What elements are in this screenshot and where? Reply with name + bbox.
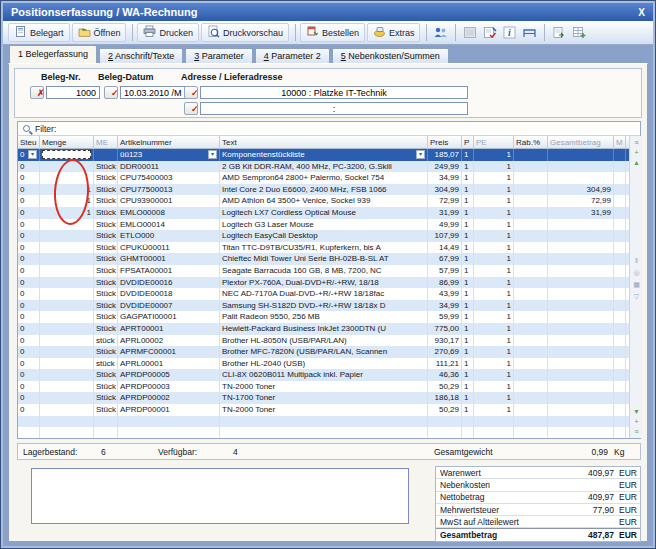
insert-row-icon[interactable]: + bbox=[630, 148, 643, 157]
table-row[interactable]: 0 Stück FPSATA00001 Seagate Barracuda 16… bbox=[18, 265, 629, 277]
table-row[interactable]: 0 Stück DVDIDE00018 NEC AD-7170A Dual-DV… bbox=[18, 288, 629, 300]
notes-box[interactable] bbox=[31, 468, 409, 524]
tab[interactable]: 5 Nebenkosten/Summen bbox=[332, 48, 449, 63]
cell-preis: 34,99 bbox=[428, 172, 462, 184]
cell-pe: 1 bbox=[474, 161, 514, 173]
col-pe[interactable]: PE bbox=[474, 136, 514, 149]
tab[interactable]: 4 Parameter 2 bbox=[255, 48, 330, 63]
filter-label[interactable]: Filter: bbox=[35, 124, 56, 134]
table-row[interactable]: 0 Stück DDR00011 2 GB Kit DDR-RAM, 400 M… bbox=[18, 161, 629, 173]
table-row[interactable]: 0 Stück CPUKÜ00011 Titan TTC-D9TB/CU35/R… bbox=[18, 242, 629, 254]
cell-menge bbox=[40, 242, 94, 254]
table-row[interactable]: 0 Stück APRDP00002 TN-1700 Toner 186,18 … bbox=[18, 392, 629, 404]
cell-rab bbox=[514, 335, 548, 347]
cell-steu: 0 bbox=[18, 195, 40, 207]
cell-text: AMD Sempron64 2800+ Palermo, Sockel 754 bbox=[220, 172, 428, 184]
col-preis[interactable]: Preis bbox=[428, 136, 462, 149]
col-p[interactable]: P bbox=[462, 136, 474, 149]
stock-disabled-button[interactable] bbox=[460, 24, 479, 42]
view-icon[interactable]: ▦ bbox=[630, 280, 643, 289]
col-text[interactable]: Text bbox=[220, 136, 428, 149]
beleg-nr-input[interactable] bbox=[46, 86, 100, 99]
cell-steu: 0 bbox=[18, 358, 40, 370]
users-button[interactable] bbox=[431, 24, 450, 42]
tab[interactable]: 3 Parameter bbox=[185, 48, 253, 63]
cell-p: 1 bbox=[462, 392, 474, 404]
scroll-top-icon[interactable]: ≡ bbox=[630, 138, 643, 147]
scroll-up-icon[interactable]: ▲ bbox=[630, 158, 643, 167]
pause-icon[interactable]: ‖ bbox=[630, 256, 643, 265]
extras-button[interactable]: Extras bbox=[367, 23, 421, 42]
col-gesamtbetrag[interactable]: Gesamtbetrag bbox=[548, 136, 614, 149]
close-button[interactable]: X bbox=[638, 5, 645, 21]
filter-rows-icon[interactable]: ▽ bbox=[630, 292, 643, 301]
document-export-button[interactable] bbox=[549, 24, 568, 42]
info-button[interactable]: i bbox=[500, 24, 519, 42]
table-row[interactable]: 0 Stück EMLO00014 Logitech G3 Laser Mous… bbox=[18, 219, 629, 231]
adresse-input[interactable] bbox=[200, 86, 468, 99]
cell-steu: 0 bbox=[18, 230, 40, 242]
col-menge[interactable]: Menge bbox=[40, 136, 94, 149]
adresse-check-button[interactable]: ✓ bbox=[184, 86, 198, 99]
cell-menge-edit[interactable] bbox=[40, 149, 94, 161]
cell-steu: 0 bbox=[18, 242, 40, 254]
table-row[interactable]: 0 Stück APRDP00001 TN-2000 Toner 50,29 1… bbox=[18, 404, 629, 416]
append-row-icon[interactable]: + bbox=[630, 417, 643, 426]
table-row[interactable]: 0 Stück APRMFC00001 Brother MFC-7820N (U… bbox=[18, 346, 629, 358]
table-row[interactable]: 0 Stück APRDP00005 CLI-8X 0620B011 Multi… bbox=[18, 369, 629, 381]
selected-row[interactable]: 0▾ üü123▾ Komponentenstückliste▾ 185,07 … bbox=[18, 149, 629, 161]
table-row[interactable]: 0 1 Stück CPU77500013 Intel Core 2 Duo E… bbox=[18, 184, 629, 196]
cell-artikelnummer: EMLO00014 bbox=[118, 219, 220, 231]
dimensions-button[interactable] bbox=[520, 24, 539, 42]
table-row[interactable]: 0 Stück DVDIDE00007 Samsung SH-S182D DVD… bbox=[18, 300, 629, 312]
oeffnen-button[interactable]: Öffnen bbox=[72, 23, 127, 42]
table-row[interactable]: 0 Stück CPU75400003 AMD Sempron64 2800+ … bbox=[18, 172, 629, 184]
table-row[interactable]: 0 Stück ETLO000 Logitech EasyCall Deskto… bbox=[18, 230, 629, 242]
druckvorschau-button[interactable]: Druckvorschau bbox=[201, 23, 289, 42]
table-row[interactable] bbox=[18, 427, 629, 438]
search-icon[interactable]: ◎ bbox=[630, 268, 643, 277]
col-rab[interactable]: Rab.% bbox=[514, 136, 548, 149]
cell-pe: 1 bbox=[474, 277, 514, 289]
toolbar-separator bbox=[455, 24, 456, 41]
beleg-nr-clear-button[interactable]: ✗ bbox=[30, 86, 44, 99]
lieferadresse-check-button[interactable]: ✓ bbox=[184, 102, 198, 115]
table-row[interactable]: 0 Stück DVDIDE00016 Plextor PX-760A, Dua… bbox=[18, 277, 629, 289]
scroll-down-icon[interactable]: ▼ bbox=[630, 407, 643, 416]
table-row[interactable]: 0 1 Stück CPU93900001 AMD Athlon 64 3500… bbox=[18, 195, 629, 207]
cell-text: Brother HL-8050N (USB/PAR/LAN) bbox=[220, 335, 428, 347]
table-row[interactable]: 0 1 Stück EMLO00008 Logitech LX7 Cordles… bbox=[18, 207, 629, 219]
table-row[interactable]: 0 Stück APRDP00003 TN-2000 Toner 50,29 1… bbox=[18, 381, 629, 393]
col-artikelnummer[interactable]: Artikelnummer bbox=[118, 136, 220, 149]
totals-currency: EUR bbox=[614, 480, 636, 490]
beleg-datum-check-button[interactable]: ✓ bbox=[104, 86, 118, 99]
table-row[interactable]: 0 Stück APRT00001 Hewlett-Packard Busine… bbox=[18, 323, 629, 335]
belegart-button[interactable]: Belegart bbox=[8, 23, 70, 42]
drucken-button[interactable]: Drucken bbox=[137, 23, 199, 42]
table-row[interactable]: 0 Stück GHMT00001 Chieftec Midi Tower Un… bbox=[18, 253, 629, 265]
table-row[interactable]: 0 Stück GAGPATI00001 Palit Radeon 9550, … bbox=[18, 311, 629, 323]
table-extras-button[interactable] bbox=[569, 24, 588, 42]
cell-artikelnummer: FPSATA00001 bbox=[118, 265, 220, 277]
cell-artikelnummer: APRDP00003 bbox=[118, 381, 220, 393]
col-m[interactable]: M bbox=[614, 136, 626, 149]
edit-positions-button[interactable] bbox=[480, 24, 499, 42]
cell-text bbox=[220, 427, 428, 438]
cell-pe: 1 bbox=[474, 172, 514, 184]
gesamtgewicht-value: 0,99 bbox=[578, 447, 608, 457]
tab[interactable]: 2 Anschrift/Texte bbox=[99, 48, 183, 63]
beleg-datum-input[interactable] bbox=[120, 86, 186, 99]
cell-p: 1 bbox=[462, 195, 474, 207]
scroll-bottom-icon[interactable]: ≡ bbox=[630, 427, 643, 436]
col-me[interactable]: ME bbox=[94, 136, 118, 149]
cell-rab bbox=[514, 277, 548, 289]
col-steu[interactable]: Steu bbox=[18, 136, 40, 149]
bestellen-button[interactable]: Bestellen bbox=[300, 23, 365, 42]
tab[interactable]: 1 Belegerfassung bbox=[9, 45, 97, 63]
table-row[interactable]: 0 stück APRL00001 Brother HL-2040 (USB) … bbox=[18, 358, 629, 370]
table-row[interactable] bbox=[18, 416, 629, 428]
cell-steu bbox=[18, 427, 40, 438]
lieferadresse-input[interactable] bbox=[200, 102, 468, 115]
table-row[interactable]: 0 stück APRL00002 Brother HL-8050N (USB/… bbox=[18, 335, 629, 347]
cell-gesamtbetrag bbox=[548, 242, 614, 254]
